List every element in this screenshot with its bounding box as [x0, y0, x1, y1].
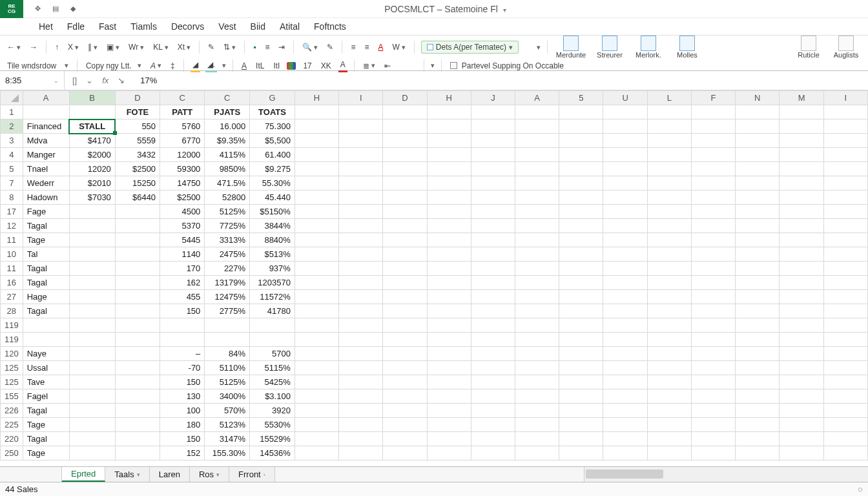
- section-dropdown-icon[interactable]: ▾: [431, 61, 435, 70]
- cell[interactable]: [691, 162, 735, 176]
- cell[interactable]: [69, 233, 115, 247]
- cell[interactable]: [559, 318, 603, 333]
- cell[interactable]: [736, 304, 780, 318]
- cell[interactable]: [294, 304, 338, 318]
- cell[interactable]: 41780: [250, 304, 295, 318]
- cell[interactable]: [691, 446, 735, 460]
- cell[interactable]: [294, 205, 338, 219]
- cell[interactable]: [823, 148, 867, 162]
- border-color-icon[interactable]: ◢.: [205, 59, 217, 72]
- cell[interactable]: [736, 191, 780, 205]
- cell[interactable]: TOATS: [250, 105, 295, 119]
- cell[interactable]: [515, 389, 559, 404]
- tab-dropdown-icon[interactable]: ▾: [216, 471, 220, 478]
- cell[interactable]: [294, 105, 338, 119]
- copy-dropdown[interactable]: Copy ngy Ltt. ▾: [84, 60, 143, 72]
- cell[interactable]: [339, 247, 383, 262]
- cell[interactable]: 2775%: [205, 304, 250, 318]
- cell[interactable]: [294, 247, 338, 262]
- cell[interactable]: [294, 333, 338, 347]
- cell[interactable]: [383, 191, 427, 205]
- cell[interactable]: [603, 119, 647, 134]
- cell[interactable]: [471, 347, 515, 361]
- cell[interactable]: [691, 219, 735, 233]
- cell[interactable]: [383, 247, 427, 262]
- cell[interactable]: Naye: [23, 347, 69, 361]
- cell[interactable]: [780, 219, 823, 233]
- cell[interactable]: [823, 432, 867, 446]
- cell[interactable]: [736, 361, 780, 375]
- tile-window-dropdown[interactable]: Tile wndsrdow ▾: [5, 60, 70, 72]
- cell[interactable]: [471, 233, 515, 247]
- cell[interactable]: [515, 276, 559, 290]
- cell[interactable]: [691, 375, 735, 389]
- cell[interactable]: 14536%: [250, 446, 295, 460]
- cell[interactable]: [647, 290, 691, 304]
- cell[interactable]: 937%: [250, 262, 295, 276]
- cell[interactable]: 3844%: [250, 219, 295, 233]
- cell[interactable]: [736, 134, 780, 148]
- cell[interactable]: [427, 446, 471, 460]
- cell[interactable]: Ussal: [23, 361, 69, 375]
- cell[interactable]: [823, 247, 867, 262]
- cell[interactable]: [736, 176, 780, 191]
- cell[interactable]: [780, 432, 823, 446]
- cell[interactable]: [647, 119, 691, 134]
- cell[interactable]: [559, 134, 603, 148]
- cell[interactable]: [427, 361, 471, 375]
- cell[interactable]: [471, 389, 515, 404]
- cell[interactable]: PATT: [160, 105, 205, 119]
- column-header[interactable]: I: [339, 91, 383, 105]
- cell[interactable]: 12000: [160, 148, 205, 162]
- cell[interactable]: 130: [160, 389, 205, 404]
- column-header[interactable]: C: [205, 91, 250, 105]
- row-header[interactable]: 2: [1, 119, 23, 134]
- cell[interactable]: [427, 233, 471, 247]
- cell[interactable]: [603, 205, 647, 219]
- cell[interactable]: [339, 318, 383, 333]
- cell[interactable]: [559, 176, 603, 191]
- cell[interactable]: [69, 347, 115, 361]
- font-color-icon[interactable]: A: [376, 41, 385, 53]
- cell[interactable]: [115, 404, 160, 418]
- cell[interactable]: [427, 148, 471, 162]
- sheet-tab[interactable]: Eprted: [62, 467, 105, 482]
- cell[interactable]: Tal: [23, 247, 69, 262]
- cell[interactable]: [294, 446, 338, 460]
- cell[interactable]: [115, 446, 160, 460]
- cell[interactable]: [823, 162, 867, 176]
- sheet-tab[interactable]: Taals▾: [105, 467, 149, 482]
- cell[interactable]: [515, 134, 559, 148]
- paint-icon[interactable]: ✎: [206, 41, 216, 53]
- cell[interactable]: [115, 418, 160, 432]
- cell[interactable]: $3.100: [250, 389, 295, 404]
- cell[interactable]: [250, 333, 295, 347]
- cell[interactable]: [823, 418, 867, 432]
- cell[interactable]: [647, 134, 691, 148]
- zoom-icon[interactable]: 🔍▾: [300, 41, 320, 53]
- cell[interactable]: [736, 262, 780, 276]
- cell[interactable]: 1203570: [250, 276, 295, 290]
- row-header[interactable]: 226: [1, 404, 23, 418]
- kl-button[interactable]: KL ▾: [151, 41, 170, 53]
- cell[interactable]: [250, 318, 295, 333]
- fill-color-icon[interactable]: ◢: [191, 59, 200, 72]
- cell[interactable]: [69, 276, 115, 290]
- cell[interactable]: [515, 432, 559, 446]
- cell[interactable]: [780, 162, 823, 176]
- cell[interactable]: [427, 276, 471, 290]
- cell[interactable]: [69, 404, 115, 418]
- cell[interactable]: [603, 446, 647, 460]
- cell[interactable]: [115, 276, 160, 290]
- column-header[interactable]: J: [471, 91, 515, 105]
- arrow-up-icon[interactable]: ↑: [53, 41, 61, 53]
- align-center-icon[interactable]: ≡: [362, 41, 371, 53]
- xk-label[interactable]: XK: [319, 60, 333, 72]
- cell[interactable]: $2500: [115, 162, 160, 176]
- cell[interactable]: [339, 262, 383, 276]
- row-header[interactable]: 11: [1, 233, 23, 247]
- cell[interactable]: –: [160, 347, 205, 361]
- cell[interactable]: 550: [115, 119, 160, 134]
- cell[interactable]: [647, 162, 691, 176]
- menu-vest[interactable]: Vest: [212, 20, 242, 33]
